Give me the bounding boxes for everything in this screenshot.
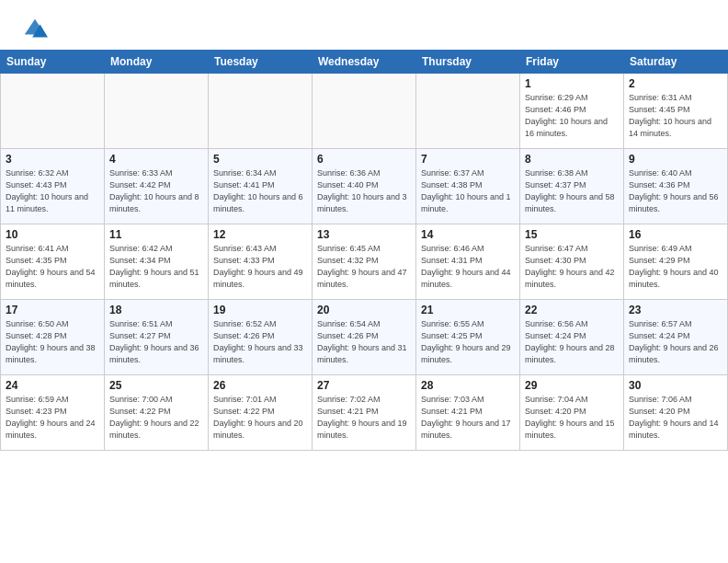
day-number: 30 [629,379,722,392]
logo-icon [22,17,48,42]
page-header [0,0,728,50]
day-cell-1: 1Sunrise: 6:29 AMSunset: 4:46 PMDaylight… [520,74,624,149]
day-cell-2: 2Sunrise: 6:31 AMSunset: 4:45 PMDaylight… [624,74,728,149]
day-info: Sunrise: 6:45 AMSunset: 4:32 PMDaylight:… [317,243,411,291]
day-number: 1 [525,77,619,90]
day-cell-29: 29Sunrise: 7:04 AMSunset: 4:20 PMDayligh… [520,375,624,451]
day-number: 17 [6,304,99,316]
day-info: Sunrise: 6:34 AMSunset: 4:41 PMDaylight:… [213,167,307,215]
day-number: 21 [421,304,515,316]
day-cell-25: 25Sunrise: 7:00 AMSunset: 4:22 PMDayligh… [105,375,209,451]
day-number: 18 [109,304,203,316]
empty-cell [105,74,209,149]
day-cell-9: 9Sunrise: 6:40 AMSunset: 4:36 PMDaylight… [624,149,728,224]
day-number: 27 [317,379,411,392]
day-info: Sunrise: 7:00 AMSunset: 4:22 PMDaylight:… [109,394,203,442]
day-cell-21: 21Sunrise: 6:55 AMSunset: 4:25 PMDayligh… [416,300,520,375]
day-number: 26 [213,379,307,392]
empty-cell [1,74,105,149]
day-cell-10: 10Sunrise: 6:41 AMSunset: 4:35 PMDayligh… [1,224,105,300]
day-cell-16: 16Sunrise: 6:49 AMSunset: 4:29 PMDayligh… [624,224,728,300]
day-info: Sunrise: 6:54 AMSunset: 4:26 PMDaylight:… [317,318,411,366]
day-cell-20: 20Sunrise: 6:54 AMSunset: 4:26 PMDayligh… [313,300,416,375]
day-info: Sunrise: 7:01 AMSunset: 4:22 PMDaylight:… [213,394,307,442]
empty-cell [416,74,520,149]
calendar: SundayMondayTuesdayWednesdayThursdayFrid… [0,50,728,451]
day-info: Sunrise: 7:02 AMSunset: 4:21 PMDaylight:… [317,394,411,442]
logo [22,17,51,42]
empty-cell [209,74,313,149]
week-row-1: 1Sunrise: 6:29 AMSunset: 4:46 PMDaylight… [1,74,728,149]
day-info: Sunrise: 6:31 AMSunset: 4:45 PMDaylight:… [629,92,722,140]
day-cell-13: 13Sunrise: 6:45 AMSunset: 4:32 PMDayligh… [313,224,416,300]
day-info: Sunrise: 6:43 AMSunset: 4:33 PMDaylight:… [213,243,307,291]
day-cell-3: 3Sunrise: 6:32 AMSunset: 4:43 PMDaylight… [1,149,105,224]
day-number: 22 [525,304,619,316]
day-cell-17: 17Sunrise: 6:50 AMSunset: 4:28 PMDayligh… [1,300,105,375]
day-cell-22: 22Sunrise: 6:56 AMSunset: 4:24 PMDayligh… [520,300,624,375]
day-info: Sunrise: 6:40 AMSunset: 4:36 PMDaylight:… [629,167,722,215]
day-cell-27: 27Sunrise: 7:02 AMSunset: 4:21 PMDayligh… [313,375,416,451]
day-cell-19: 19Sunrise: 6:52 AMSunset: 4:26 PMDayligh… [209,300,313,375]
day-number: 14 [421,228,515,241]
day-cell-26: 26Sunrise: 7:01 AMSunset: 4:22 PMDayligh… [209,375,313,451]
day-cell-8: 8Sunrise: 6:38 AMSunset: 4:37 PMDaylight… [520,149,624,224]
day-cell-18: 18Sunrise: 6:51 AMSunset: 4:27 PMDayligh… [105,300,209,375]
weekday-header-thursday: Thursday [416,51,520,74]
day-info: Sunrise: 6:59 AMSunset: 4:23 PMDaylight:… [6,394,99,442]
day-info: Sunrise: 7:03 AMSunset: 4:21 PMDaylight:… [421,394,515,442]
day-info: Sunrise: 6:36 AMSunset: 4:40 PMDaylight:… [317,167,411,215]
day-number: 12 [213,228,307,241]
week-row-3: 10Sunrise: 6:41 AMSunset: 4:35 PMDayligh… [1,224,728,300]
day-cell-5: 5Sunrise: 6:34 AMSunset: 4:41 PMDaylight… [209,149,313,224]
day-info: Sunrise: 6:37 AMSunset: 4:38 PMDaylight:… [421,167,515,215]
day-number: 5 [213,153,307,166]
day-info: Sunrise: 6:38 AMSunset: 4:37 PMDaylight:… [525,167,619,215]
day-cell-12: 12Sunrise: 6:43 AMSunset: 4:33 PMDayligh… [209,224,313,300]
day-number: 11 [109,228,203,241]
weekday-header-tuesday: Tuesday [209,51,313,74]
day-info: Sunrise: 6:51 AMSunset: 4:27 PMDaylight:… [109,318,203,366]
empty-cell [313,74,416,149]
day-number: 19 [213,304,307,316]
day-number: 9 [629,153,722,166]
day-cell-14: 14Sunrise: 6:46 AMSunset: 4:31 PMDayligh… [416,224,520,300]
day-cell-11: 11Sunrise: 6:42 AMSunset: 4:34 PMDayligh… [105,224,209,300]
weekday-header-saturday: Saturday [624,51,728,74]
day-info: Sunrise: 6:41 AMSunset: 4:35 PMDaylight:… [6,243,99,291]
day-cell-7: 7Sunrise: 6:37 AMSunset: 4:38 PMDaylight… [416,149,520,224]
day-info: Sunrise: 6:50 AMSunset: 4:28 PMDaylight:… [6,318,99,366]
week-row-4: 17Sunrise: 6:50 AMSunset: 4:28 PMDayligh… [1,300,728,375]
day-number: 25 [109,379,203,392]
day-number: 6 [317,153,411,166]
weekday-header-row: SundayMondayTuesdayWednesdayThursdayFrid… [1,51,728,74]
day-cell-4: 4Sunrise: 6:33 AMSunset: 4:42 PMDaylight… [105,149,209,224]
day-cell-24: 24Sunrise: 6:59 AMSunset: 4:23 PMDayligh… [1,375,105,451]
day-info: Sunrise: 6:52 AMSunset: 4:26 PMDaylight:… [213,318,307,366]
day-number: 16 [629,228,722,241]
day-number: 20 [317,304,411,316]
day-number: 8 [525,153,619,166]
day-number: 24 [6,379,99,392]
day-number: 13 [317,228,411,241]
day-info: Sunrise: 6:55 AMSunset: 4:25 PMDaylight:… [421,318,515,366]
week-row-5: 24Sunrise: 6:59 AMSunset: 4:23 PMDayligh… [1,375,728,451]
day-cell-23: 23Sunrise: 6:57 AMSunset: 4:24 PMDayligh… [624,300,728,375]
day-info: Sunrise: 7:04 AMSunset: 4:20 PMDaylight:… [525,394,619,442]
weekday-header-wednesday: Wednesday [313,51,416,74]
day-cell-6: 6Sunrise: 6:36 AMSunset: 4:40 PMDaylight… [313,149,416,224]
weekday-header-sunday: Sunday [1,51,105,74]
day-cell-28: 28Sunrise: 7:03 AMSunset: 4:21 PMDayligh… [416,375,520,451]
day-info: Sunrise: 6:29 AMSunset: 4:46 PMDaylight:… [525,92,619,140]
day-number: 4 [109,153,203,166]
weekday-header-friday: Friday [520,51,624,74]
day-number: 23 [629,304,722,316]
day-number: 28 [421,379,515,392]
day-info: Sunrise: 6:57 AMSunset: 4:24 PMDaylight:… [629,318,722,366]
day-info: Sunrise: 6:47 AMSunset: 4:30 PMDaylight:… [525,243,619,291]
day-number: 3 [6,153,99,166]
day-info: Sunrise: 6:32 AMSunset: 4:43 PMDaylight:… [6,167,99,215]
day-info: Sunrise: 6:42 AMSunset: 4:34 PMDaylight:… [109,243,203,291]
day-cell-30: 30Sunrise: 7:06 AMSunset: 4:20 PMDayligh… [624,375,728,451]
week-row-2: 3Sunrise: 6:32 AMSunset: 4:43 PMDaylight… [1,149,728,224]
